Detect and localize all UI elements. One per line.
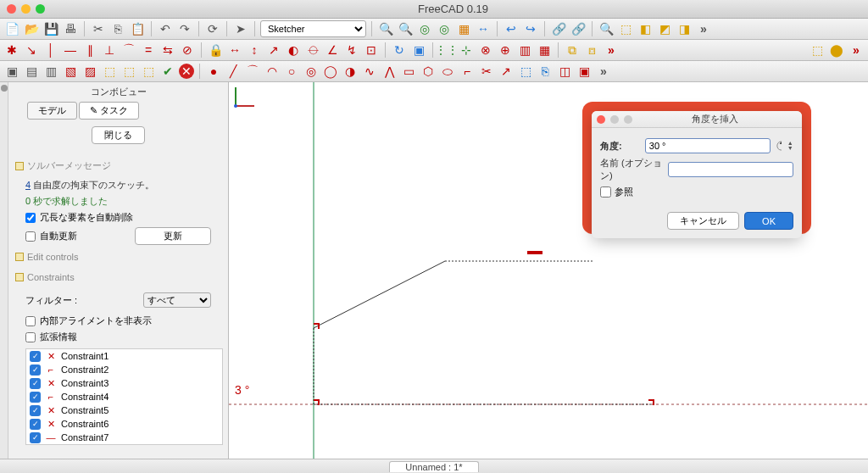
constraint-checkbox[interactable]: ✓ xyxy=(30,405,41,416)
sketch-mirror-icon[interactable]: ⬚ xyxy=(140,63,157,80)
cut-icon[interactable]: ✂ xyxy=(90,20,107,37)
redundant-icon[interactable]: ⊕ xyxy=(497,42,514,58)
ok-button[interactable]: OK xyxy=(744,212,793,230)
sketch-new-icon[interactable]: ▣ xyxy=(3,63,20,80)
ellipse-tool-icon[interactable]: ◯ xyxy=(322,63,339,80)
tangent-icon[interactable]: ⌒ xyxy=(120,42,137,58)
new-file-icon[interactable]: 📄 xyxy=(3,20,20,37)
perpendicular-icon[interactable]: ⊥ xyxy=(101,42,118,58)
cube-iso-icon[interactable]: ⬚ xyxy=(617,20,634,37)
toolbar-more-icon[interactable]: » xyxy=(695,20,712,37)
mirror-sketch-icon[interactable]: ⧉ xyxy=(564,42,581,58)
arc3-tool-icon[interactable]: ◠ xyxy=(264,63,281,80)
edit-controls-section[interactable]: Edit controls xyxy=(14,247,223,267)
sketch-merge-icon[interactable]: ⬚ xyxy=(120,63,137,80)
constraint-checkbox[interactable]: ✓ xyxy=(30,351,41,362)
paste-icon[interactable]: 📋 xyxy=(129,20,146,37)
conic-tool-icon[interactable]: ◑ xyxy=(342,63,359,80)
dist-v-icon[interactable]: ↕ xyxy=(246,42,263,58)
parallel-icon[interactable]: ∥ xyxy=(81,42,98,58)
solver-section[interactable]: ソルバーメッセージ xyxy=(14,154,223,177)
toggle-driving-icon[interactable]: ↻ xyxy=(391,42,408,58)
filter-select[interactable]: すべて xyxy=(143,292,211,308)
constraint-item[interactable]: ✓✕Constraint3 xyxy=(26,376,222,390)
zoom-in-icon[interactable]: 🔍 xyxy=(397,20,414,37)
activate-icon[interactable]: ▣ xyxy=(410,42,427,58)
tab-task[interactable]: ✎ タスク xyxy=(79,102,139,120)
vertical-icon[interactable]: │ xyxy=(42,42,59,58)
point-tool-icon[interactable]: ● xyxy=(205,63,222,80)
constraint-checkbox[interactable]: ✓ xyxy=(30,364,41,376)
tab-model[interactable]: モデル xyxy=(27,102,77,120)
merge-sketch-icon[interactable]: ⧈ xyxy=(583,42,600,58)
bspline-tool-icon[interactable]: ∿ xyxy=(361,63,378,80)
fillet-tool-icon[interactable]: ⌐ xyxy=(459,63,476,80)
equal-icon[interactable]: = xyxy=(140,42,157,58)
extend-tool-icon[interactable]: ↗ xyxy=(498,63,515,80)
cancel-button[interactable]: キャンセル xyxy=(667,212,739,230)
hide-all-icon[interactable]: ▦ xyxy=(536,42,553,58)
line-tool-icon[interactable]: ╱ xyxy=(225,63,242,80)
circle3-tool-icon[interactable]: ◎ xyxy=(303,63,320,80)
window-maximize-icon[interactable] xyxy=(36,4,45,14)
constraint-item[interactable]: ✓—Constraint7 xyxy=(26,431,222,444)
polyline-tool-icon[interactable]: ⋀ xyxy=(381,63,398,80)
constraint-item[interactable]: ✓✕Constraint1 xyxy=(26,349,222,363)
block-icon[interactable]: ⊘ xyxy=(179,42,196,58)
constraint-checkbox[interactable]: ✓ xyxy=(30,419,41,430)
associated-geo-icon[interactable]: ⊹ xyxy=(458,42,475,58)
sketch-canvas[interactable]: 3 ° 角度を挿入 角度: ▲▼ 名前 (オプショ xyxy=(229,82,868,459)
update-button[interactable]: 更新 xyxy=(135,227,211,245)
radius-icon[interactable]: ◐ xyxy=(285,42,302,58)
document-tab[interactable]: Unnamed : 1* xyxy=(389,461,478,472)
print-icon[interactable]: 🖶 xyxy=(62,20,79,37)
toolbar-more-icon[interactable]: » xyxy=(848,42,865,58)
rectangle-tool-icon[interactable]: ▭ xyxy=(400,63,417,80)
constraint-checkbox[interactable]: ✓ xyxy=(30,432,41,443)
part-box-icon[interactable]: ⬚ xyxy=(809,42,826,58)
auto-remove-checkbox[interactable] xyxy=(25,213,36,223)
auto-update-checkbox[interactable] xyxy=(25,231,36,242)
link-icon[interactable]: 🔗 xyxy=(550,20,567,37)
zoom-icon[interactable]: 🔍 xyxy=(598,20,615,37)
close-button[interactable]: 閉じる xyxy=(92,126,145,144)
nav-back-icon[interactable]: ↩ xyxy=(503,20,520,37)
pointer-icon[interactable]: ➤ xyxy=(232,20,249,37)
dist-h-icon[interactable]: ↔ xyxy=(226,42,243,58)
part-cyl-icon[interactable]: ⬤ xyxy=(828,42,845,58)
panel-grip[interactable] xyxy=(0,82,8,459)
sketch-map-icon[interactable]: ▧ xyxy=(62,63,79,80)
internal-align-icon[interactable]: ⊡ xyxy=(363,42,380,58)
trim-tool-icon[interactable]: ✂ xyxy=(478,63,495,80)
constraint-checkbox[interactable]: ✓ xyxy=(30,392,41,403)
constraints-section[interactable]: Constraints xyxy=(14,267,223,287)
snell-icon[interactable]: ↯ xyxy=(343,42,360,58)
arc-tool-icon[interactable]: ⌒ xyxy=(244,63,261,80)
workbench-selector[interactable]: Sketcher xyxy=(260,20,366,37)
open-file-icon[interactable]: 📂 xyxy=(23,20,40,37)
accept-icon[interactable]: ✔ xyxy=(159,63,176,80)
toolbar-more-icon[interactable]: » xyxy=(595,63,612,80)
select-dof-icon[interactable]: ⋮⋮ xyxy=(438,42,455,58)
circle-tool-icon[interactable]: ○ xyxy=(283,63,300,80)
constraint-item[interactable]: ✓⌐Constraint4 xyxy=(26,390,222,403)
chain-icon[interactable]: 🔗 xyxy=(570,20,587,37)
polygon-tool-icon[interactable]: ⬡ xyxy=(420,63,437,80)
zoom-fit-icon[interactable]: 🔍 xyxy=(377,20,394,37)
name-input[interactable] xyxy=(668,162,793,177)
sketch-leave-icon[interactable]: ▥ xyxy=(42,63,59,80)
slot-tool-icon[interactable]: ⬭ xyxy=(439,63,456,80)
refresh-icon[interactable]: ⟳ xyxy=(204,20,221,37)
toolbar-more-icon[interactable]: » xyxy=(603,42,620,58)
angle-icon[interactable]: ∠ xyxy=(324,42,341,58)
distance-icon[interactable]: ↗ xyxy=(265,42,282,58)
external-geo-icon[interactable]: ⬚ xyxy=(517,63,534,80)
measure-icon[interactable]: ↔ xyxy=(475,20,492,37)
horizontal-icon[interactable]: — xyxy=(62,42,79,58)
draw-style-icon[interactable]: ◎ xyxy=(436,20,453,37)
conflict-icon[interactable]: ⊗ xyxy=(477,42,494,58)
toggle-constr-icon[interactable]: ▣ xyxy=(576,63,593,80)
constraint-item[interactable]: ✓✕Constraint5 xyxy=(26,403,222,417)
construction-icon[interactable]: ◫ xyxy=(556,63,573,80)
window-close-icon[interactable] xyxy=(7,4,16,14)
